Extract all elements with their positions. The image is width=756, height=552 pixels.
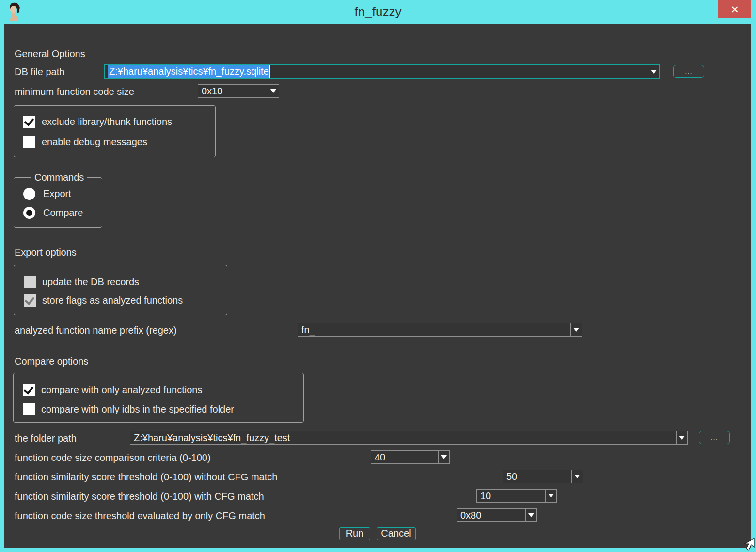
compare-radio[interactable]	[23, 207, 35, 219]
export-radio[interactable]	[23, 188, 35, 200]
enable-debug-label: enable debug messages	[42, 135, 147, 149]
similarity-with-cfg-label: function similarity score threshold (0-1…	[15, 490, 264, 503]
store-flags-label: store flags as analyzed functions	[42, 293, 183, 307]
close-icon: ✕	[730, 4, 739, 15]
run-button[interactable]: Run	[339, 527, 370, 540]
chevron-down-icon	[679, 436, 685, 440]
min-code-size-dropdown-button[interactable]	[268, 85, 279, 97]
close-button[interactable]: ✕	[718, 0, 751, 18]
min-code-size-value: 0x10	[202, 85, 266, 97]
compare-idbs-folder-label: compare with only idbs in the specified …	[41, 402, 234, 416]
store-flags-checkbox[interactable]	[24, 294, 36, 307]
folder-path-dropdown-button[interactable]	[676, 431, 687, 444]
chevron-down-icon	[441, 455, 447, 459]
code-size-criteria-value: 40	[375, 451, 437, 463]
enable-debug-checkbox[interactable]	[23, 136, 35, 148]
prefix-regex-input[interactable]: fn_	[298, 323, 582, 337]
code-size-threshold-cfg-label: function code size threshold evaluated b…	[15, 509, 265, 522]
compare-options-heading: Compare options	[15, 354, 88, 368]
window-title: fn_fuzzy	[0, 0, 756, 24]
similarity-without-cfg-select[interactable]: 50	[503, 470, 583, 483]
exclude-library-label: exclude library/thunk functions	[42, 115, 172, 128]
commands-legend: Commands	[32, 171, 87, 184]
dialog-body: General Options DB file path Z:¥haru¥ana…	[4, 24, 751, 548]
code-size-threshold-cfg-select[interactable]: 0x80	[457, 508, 537, 522]
prefix-regex-dropdown-button[interactable]	[570, 323, 582, 336]
chevron-down-icon	[548, 494, 554, 498]
similarity-with-cfg-dropdown-button[interactable]	[545, 490, 556, 502]
db-path-dropdown-button[interactable]	[648, 65, 659, 78]
min-code-size-select[interactable]: 0x10	[198, 84, 279, 98]
compare-radio-label: Compare	[43, 206, 83, 219]
similarity-with-cfg-value: 10	[480, 490, 544, 502]
compare-idbs-folder-checkbox[interactable]	[23, 403, 35, 415]
db-file-path-input[interactable]: Z:¥haru¥analysis¥tics¥fn_fuzzy.sqlite	[104, 64, 660, 79]
prefix-regex-label: analyzed function name prefix (regex)	[15, 323, 177, 337]
titlebar: fn_fuzzy ✕	[0, 0, 756, 24]
chevron-down-icon	[528, 513, 534, 517]
db-file-path-value: Z:¥haru¥analysis¥tics¥fn_fuzzy.sqlite	[108, 65, 646, 78]
similarity-without-cfg-value: 50	[506, 470, 570, 483]
code-size-threshold-cfg-dropdown-button[interactable]	[525, 509, 536, 521]
similarity-without-cfg-label: function similarity score threshold (0-1…	[15, 470, 277, 484]
chevron-down-icon	[574, 475, 580, 478]
folder-path-browse-button[interactable]: ...	[699, 431, 730, 444]
prefix-regex-value: fn_	[301, 323, 569, 336]
similarity-with-cfg-select[interactable]: 10	[476, 489, 557, 503]
compare-analyzed-checkbox[interactable]	[23, 384, 35, 396]
commands-group: Commands Export Compare	[14, 177, 102, 228]
similarity-without-cfg-dropdown-button[interactable]	[571, 470, 583, 483]
compare-options-group: compare with only analyzed functions com…	[13, 373, 304, 423]
exclude-library-checkbox[interactable]	[23, 116, 35, 128]
db-file-path-label: DB file path	[15, 65, 64, 78]
export-radio-label: Export	[43, 187, 71, 200]
code-size-criteria-select[interactable]: 40	[371, 450, 450, 464]
general-options-heading: General Options	[15, 47, 85, 61]
compare-analyzed-label: compare with only analyzed functions	[41, 383, 202, 397]
chevron-down-icon	[573, 328, 579, 332]
folder-path-input[interactable]: Z:¥haru¥analysis¥tics¥fn_fuzzy_test	[130, 431, 688, 445]
folder-path-value: Z:¥haru¥analysis¥tics¥fn_fuzzy_test	[134, 431, 675, 444]
code-size-criteria-label: function code size comparison criteria (…	[15, 451, 211, 464]
min-code-size-label: minimum function code size	[15, 85, 134, 98]
folder-path-label: the folder path	[15, 431, 77, 445]
chevron-down-icon	[270, 89, 276, 93]
update-db-records-label: update the DB records	[42, 275, 139, 289]
code-size-criteria-dropdown-button[interactable]	[438, 451, 449, 463]
update-db-records-checkbox[interactable]	[24, 276, 36, 288]
export-options-heading: Export options	[15, 245, 77, 259]
db-path-browse-button[interactable]: ...	[673, 65, 704, 78]
code-size-threshold-cfg-value: 0x80	[460, 509, 524, 521]
general-checkbox-group: exclude library/thunk functions enable d…	[14, 105, 216, 157]
cancel-button[interactable]: Cancel	[377, 527, 416, 540]
export-options-group: update the DB records store flags as ana…	[14, 265, 227, 315]
chevron-down-icon	[651, 70, 657, 74]
